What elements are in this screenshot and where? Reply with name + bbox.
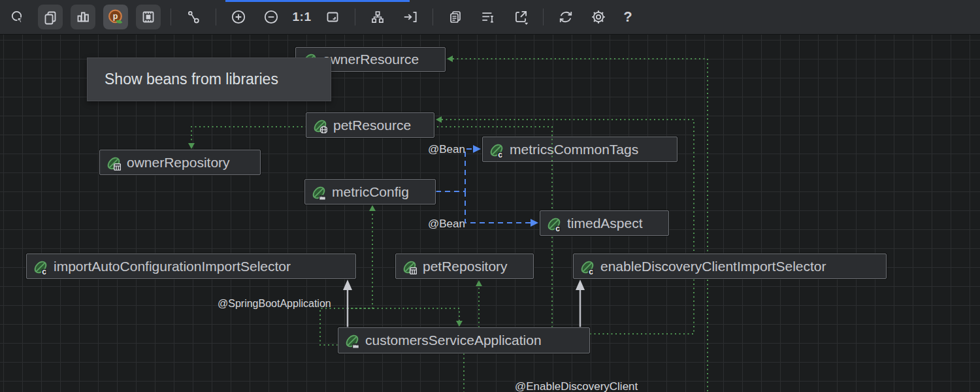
zoom-in-button[interactable] — [226, 5, 251, 29]
help-button[interactable]: ? — [615, 8, 641, 25]
tooltip-text: Show beans from libraries — [105, 71, 278, 88]
show-framework-stereotypes-toggle[interactable] — [136, 5, 161, 29]
bean-node-customersServiceApplication[interactable]: customersServiceApplication — [338, 327, 590, 353]
toolbar-separator — [216, 8, 216, 25]
refresh-icon — [557, 8, 574, 25]
bar-chart-icon — [75, 9, 91, 25]
edge-mode-button[interactable] — [181, 5, 206, 29]
link-nodes-icon — [186, 9, 201, 25]
bean-node-label: customersServiceApplication — [365, 333, 542, 348]
fit-content-button[interactable] — [320, 5, 345, 29]
svg-text:c: c — [589, 267, 593, 274]
annotation-label-bean-2: @Bean — [428, 218, 465, 231]
zoom-out-icon — [263, 8, 280, 25]
toolbar-separator — [355, 8, 355, 25]
svg-text:p: p — [113, 12, 118, 21]
spring-boot-logo-icon: p — [107, 8, 124, 25]
layout-button[interactable] — [365, 5, 390, 29]
spring-bean-icon: c — [489, 143, 504, 157]
spring-bean-icon — [312, 186, 326, 200]
bean-node-enableDiscoveryClientImportSelector[interactable]: cenableDiscoveryClientImportSelector — [573, 253, 887, 279]
bean-node-label: timedAspect — [567, 216, 643, 231]
spring-bean-icon: c — [33, 260, 48, 274]
svg-text:c: c — [498, 150, 502, 157]
spring-bean-icon — [313, 119, 327, 133]
apply-layout-button[interactable] — [398, 5, 423, 29]
annotation-label-enable-discovery-client: @EnableDiscoveryClient — [515, 380, 638, 392]
bean-node-label: petRepository — [423, 259, 508, 274]
settings-button[interactable] — [586, 5, 611, 29]
show-beans-from-libraries-toggle[interactable]: p — [103, 5, 128, 29]
bean-node-ownerRepository[interactable]: ownerRepository — [99, 150, 261, 175]
bean-node-importAutoConfigurationImportSelector[interactable]: cimportAutoConfigurationImportSelector — [26, 253, 356, 279]
show-documents-toggle[interactable] — [38, 5, 63, 29]
gear-icon — [590, 8, 607, 25]
export-icon — [512, 8, 529, 25]
apply-layout-icon — [402, 8, 419, 25]
fit-content-icon — [325, 9, 340, 25]
film-frame-icon — [140, 9, 156, 25]
annotation-label-spring-boot-application: @SpringBootApplication — [218, 298, 331, 310]
bean-node-label: metricConfig — [332, 184, 409, 200]
export-diagram-button[interactable] — [508, 5, 533, 29]
spring-bean-icon — [106, 156, 121, 171]
text-options-icon — [480, 8, 497, 25]
annotation-label-bean-1: @Bean — [428, 143, 465, 156]
bean-node-timedAspect[interactable]: ctimedAspect — [540, 210, 669, 236]
bean-node-label: importAutoConfigurationImportSelector — [54, 259, 291, 274]
bean-node-metricConfig[interactable]: metricConfig — [304, 179, 436, 204]
zoom-in-icon — [230, 8, 247, 25]
bean-node-label: ownerRepository — [127, 155, 230, 171]
copy-diagram-button[interactable] — [443, 5, 468, 29]
locate-pointer-button[interactable] — [5, 5, 30, 29]
hierarchy-layout-icon — [370, 9, 385, 25]
spring-bean-icon: c — [580, 260, 595, 274]
bean-node-metricsCommonTags[interactable]: cmetricsCommonTags — [482, 137, 678, 162]
diagram-toolbar: p 1:1 — [0, 0, 980, 35]
spring-bean-icon — [345, 334, 359, 348]
bean-node-label: metricsCommonTags — [510, 142, 638, 157]
copy-diagram-icon — [448, 9, 463, 25]
bean-node-petRepository[interactable]: petRepository — [395, 253, 534, 279]
node-text-options-button[interactable] — [476, 5, 500, 29]
toolbar-separator — [171, 8, 171, 25]
bean-node-label: enableDiscoveryClientImportSelector — [600, 259, 826, 274]
svg-text:c: c — [555, 224, 560, 231]
bean-node-label: petResource — [333, 118, 411, 133]
actual-size-button[interactable]: 1:1 — [287, 10, 316, 24]
bean-node-label: ownerResource — [323, 52, 419, 67]
top-accent-strip — [225, 0, 410, 2]
show-columns-toggle[interactable] — [71, 5, 95, 29]
toolbar-separator — [543, 8, 544, 25]
toolbar-separator — [433, 8, 433, 25]
svg-text:c: c — [42, 267, 46, 274]
bean-node-petResource[interactable]: petResource — [306, 112, 434, 138]
zoom-out-button[interactable] — [259, 5, 284, 29]
refresh-button[interactable] — [553, 5, 578, 29]
spring-bean-icon: c — [547, 217, 561, 231]
spring-bean-icon — [402, 260, 417, 274]
tooltip: Show beans from libraries — [87, 57, 331, 101]
locate-pointer-icon — [10, 9, 25, 25]
pages-icon — [42, 9, 58, 25]
